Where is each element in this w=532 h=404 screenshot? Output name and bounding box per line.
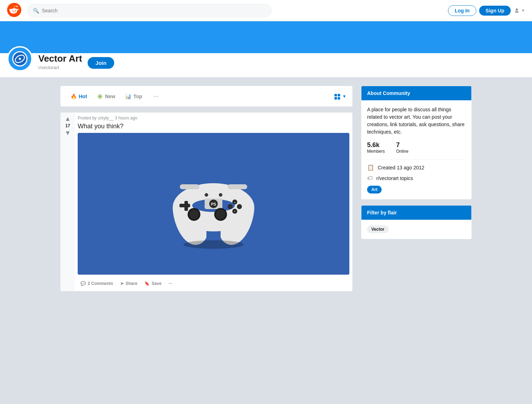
view-toggle-chevron: ▼: [342, 94, 347, 99]
svg-point-33: [183, 240, 244, 249]
share-button[interactable]: ➤ Share: [117, 279, 140, 288]
join-button[interactable]: Join: [88, 57, 114, 69]
save-icon: 🔖: [144, 281, 150, 286]
subreddit-icon: [7, 46, 33, 72]
sort-more-button[interactable]: ···: [149, 90, 163, 103]
svg-point-30: [219, 193, 222, 197]
sort-top-button[interactable]: 📊 Top: [121, 91, 146, 102]
subreddit-info: Vector Art r/vectorart: [38, 53, 82, 72]
svg-text:PS: PS: [211, 202, 216, 206]
svg-text:○: ○: [239, 206, 240, 208]
comment-icon: 💬: [81, 281, 86, 286]
user-menu-chevron: ▼: [521, 9, 525, 12]
comments-button[interactable]: 💬 2 Comments: [78, 279, 116, 288]
share-icon: ➤: [120, 281, 124, 286]
post-actions: 💬 2 Comments ➤ Share 🔖 Save ···: [78, 277, 349, 288]
members-stat: 5.6k Members: [367, 141, 385, 154]
sort-bar: 🔥 Hot ✳️ New 📊 Top ··· ▼: [60, 86, 353, 107]
signup-button[interactable]: Sign Up: [479, 6, 511, 16]
svg-rect-20: [179, 204, 190, 207]
community-description: A place for people to discuss all things…: [367, 106, 466, 136]
top-icon: 📊: [125, 94, 131, 99]
search-input[interactable]: [42, 8, 266, 13]
members-label: Members: [367, 149, 385, 154]
login-button[interactable]: Log In: [448, 5, 476, 16]
post-body: Posted by u/syty__ 3 hours ago What you …: [75, 113, 352, 291]
search-icon: 🔍: [33, 8, 39, 13]
upvote-button[interactable]: ▲: [65, 116, 71, 122]
svg-rect-7: [338, 94, 340, 96]
hot-icon: 🔥: [71, 94, 77, 99]
post-card: ▲ 17 ▼ Posted by u/syty__ 3 hours ago Wh…: [60, 112, 353, 291]
vote-column: ▲ 17 ▼: [61, 113, 75, 291]
save-button[interactable]: 🔖 Save: [142, 279, 164, 288]
flair-art-tag[interactable]: Art: [367, 186, 382, 193]
svg-point-1: [12, 10, 13, 11]
subreddit-banner: [0, 21, 532, 53]
vote-count: 17: [65, 123, 70, 128]
post-title: What you think?: [78, 123, 349, 130]
svg-text:▲: ▲: [234, 201, 236, 203]
view-toggle[interactable]: ▼: [334, 93, 347, 100]
svg-point-16: [189, 209, 199, 219]
sort-new-button[interactable]: ✳️ New: [93, 91, 120, 102]
about-community-card: About Community A place for people to di…: [361, 86, 472, 200]
filter-flair-body: Vector: [361, 220, 471, 239]
about-community-body: A place for people to discuss all things…: [361, 100, 471, 199]
more-button[interactable]: ···: [166, 279, 175, 288]
topics-row: 🏷 r/vectorart topics: [367, 175, 466, 181]
svg-point-29: [205, 193, 208, 197]
main-content: 🔥 Hot ✳️ New 📊 Top ··· ▼: [53, 77, 479, 300]
svg-point-18: [216, 209, 226, 219]
online-stat: 7 Online: [396, 141, 409, 154]
subreddit-slug: r/vectorart: [38, 65, 82, 70]
created-icon: 📋: [367, 164, 374, 171]
post-meta: Posted by u/syty__ 3 hours ago: [78, 116, 349, 120]
header-actions: Log In Sign Up ▼: [448, 5, 525, 16]
subreddit-header: Vector Art r/vectorart Join: [0, 53, 532, 77]
created-text: Created 13 ago 2012: [378, 165, 425, 170]
sidebar-divider-1: [367, 159, 466, 160]
svg-rect-6: [334, 94, 337, 96]
topics-icon: 🏷: [367, 175, 373, 181]
user-menu[interactable]: ▼: [514, 5, 525, 16]
subreddit-name: Vector Art: [38, 53, 82, 64]
reddit-logo[interactable]: [7, 3, 21, 18]
post-image: PS ▲: [78, 133, 349, 275]
sort-hot-button[interactable]: 🔥 Hot: [66, 91, 91, 102]
feed-column: 🔥 Hot ✳️ New 📊 Top ··· ▼: [60, 86, 353, 291]
svg-point-2: [15, 10, 16, 11]
svg-point-5: [19, 58, 21, 60]
svg-rect-9: [338, 97, 340, 100]
search-bar[interactable]: 🔍: [27, 4, 272, 17]
svg-text:✕: ✕: [234, 210, 236, 213]
topics-text: r/vectorart topics: [376, 175, 413, 181]
svg-rect-31: [180, 184, 199, 189]
site-header: 🔍 Log In Sign Up ▼: [0, 0, 532, 21]
svg-rect-32: [228, 184, 247, 189]
online-label: Online: [396, 149, 409, 154]
sidebar: About Community A place for people to di…: [361, 86, 472, 291]
filter-flair-card: Filter by flair Vector: [361, 205, 472, 239]
svg-rect-8: [334, 97, 337, 100]
online-value: 7: [396, 141, 409, 149]
members-value: 5.6k: [367, 141, 385, 149]
downvote-button[interactable]: ▼: [65, 130, 71, 136]
stats-row: 5.6k Members 7 Online: [367, 141, 466, 154]
about-community-header: About Community: [361, 86, 471, 100]
created-row: 📋 Created 13 ago 2012: [367, 164, 466, 171]
new-icon: ✳️: [97, 94, 103, 99]
flair-vector-tag[interactable]: Vector: [367, 225, 389, 233]
filter-flair-header: Filter by flair: [361, 206, 471, 220]
